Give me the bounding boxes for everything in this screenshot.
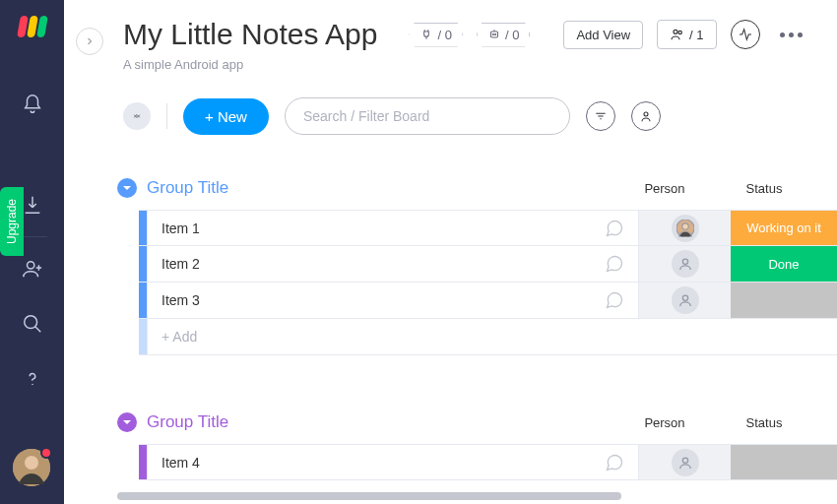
board-subtitle: A simple Android app — [123, 57, 817, 72]
column-header-person[interactable]: Person — [618, 415, 711, 430]
table-row[interactable]: Item 1Working on it — [139, 210, 837, 246]
group-collapse-toggle[interactable] — [117, 178, 137, 198]
column-header-status[interactable]: Status — [711, 181, 817, 196]
svg-point-7 — [495, 33, 496, 34]
svg-point-6 — [492, 33, 493, 34]
svg-point-1 — [24, 316, 36, 329]
svg-point-14 — [682, 295, 687, 300]
item-name[interactable]: Item 2 — [147, 246, 591, 282]
search-icon[interactable] — [13, 304, 52, 344]
person-cell[interactable] — [638, 246, 731, 282]
svg-point-9 — [678, 31, 681, 33]
person-cell[interactable] — [638, 445, 731, 479]
notification-dot — [40, 447, 52, 459]
conversation-icon[interactable] — [591, 283, 638, 318]
integrations-button[interactable]: / 0 — [409, 23, 462, 47]
group: Group TitlePersonStatusItem 4 — [117, 412, 837, 480]
table-row[interactable]: Item 3 — [139, 283, 837, 319]
table-row[interactable]: Item 2Done — [139, 246, 837, 283]
svg-point-15 — [682, 458, 687, 463]
svg-point-10 — [644, 112, 648, 116]
add-item-row[interactable]: + Add — [139, 319, 837, 355]
more-options-button[interactable] — [774, 32, 808, 37]
filter-icon[interactable] — [586, 101, 615, 131]
search-field[interactable] — [285, 97, 570, 135]
status-cell[interactable]: Done — [731, 246, 837, 282]
automations-count: / 0 — [505, 28, 519, 42]
item-name[interactable]: Item 4 — [147, 445, 591, 479]
collapse-sidebar-button[interactable] — [76, 28, 103, 55]
integrations-count: / 0 — [437, 28, 451, 42]
automations-button[interactable]: / 0 — [477, 23, 530, 47]
person-filter-icon[interactable] — [631, 101, 661, 131]
conversation-icon[interactable] — [591, 211, 638, 245]
user-avatar[interactable] — [13, 449, 50, 486]
status-cell[interactable] — [731, 283, 837, 318]
svg-point-0 — [27, 262, 33, 269]
svg-point-4 — [25, 456, 38, 470]
board-toolbar: + New — [64, 72, 837, 153]
search-input[interactable] — [285, 97, 570, 135]
board-title[interactable]: My Little Notes App — [123, 18, 377, 51]
person-cell[interactable] — [638, 283, 731, 318]
item-name[interactable]: Item 1 — [147, 211, 591, 245]
board-header: My Little Notes App / 0 / 0 Add View / 1 — [64, 0, 837, 72]
person-cell[interactable] — [638, 211, 731, 245]
table-row[interactable]: Item 4 — [139, 444, 837, 480]
status-cell[interactable] — [731, 445, 837, 479]
app-logo[interactable] — [19, 16, 46, 37]
svg-point-8 — [674, 30, 677, 33]
collapse-groups-button[interactable] — [123, 102, 151, 130]
svg-point-2 — [32, 384, 32, 385]
svg-point-12 — [681, 222, 687, 228]
svg-rect-5 — [490, 32, 497, 37]
notifications-icon[interactable] — [13, 85, 52, 124]
add-item-label[interactable]: + Add — [147, 319, 837, 354]
help-icon[interactable] — [13, 359, 52, 399]
new-item-button[interactable]: + New — [183, 98, 269, 135]
status-cell[interactable]: Working on it — [731, 211, 837, 245]
group-title[interactable]: Group Title — [147, 412, 618, 432]
item-name[interactable]: Item 3 — [147, 283, 591, 318]
conversation-icon[interactable] — [591, 445, 638, 479]
column-header-status[interactable]: Status — [711, 415, 817, 430]
conversation-icon[interactable] — [591, 246, 638, 282]
board-content: Group TitlePersonStatusItem 1Working on … — [64, 153, 837, 504]
add-view-button[interactable]: Add View — [563, 21, 643, 49]
group-title[interactable]: Group Title — [147, 178, 618, 198]
upgrade-button[interactable]: Upgrade — [0, 187, 24, 256]
group-collapse-toggle[interactable] — [117, 412, 137, 432]
column-header-person[interactable]: Person — [618, 181, 711, 196]
svg-point-13 — [682, 259, 687, 264]
activity-icon[interactable] — [731, 20, 760, 49]
board-members-button[interactable]: / 1 — [657, 20, 716, 49]
horizontal-scrollbar[interactable] — [117, 492, 837, 502]
sidebar: Upgrade — [0, 0, 64, 504]
group: Group TitlePersonStatusItem 1Working on … — [117, 178, 837, 355]
members-count: / 1 — [689, 28, 703, 42]
